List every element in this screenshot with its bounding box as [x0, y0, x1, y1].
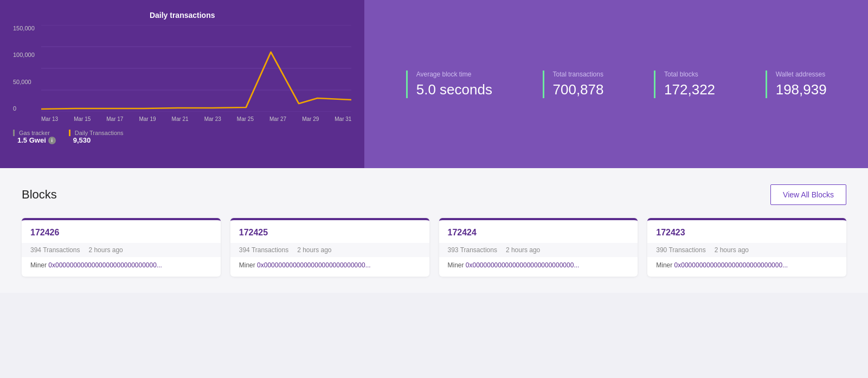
block-number[interactable]: 172426 [22, 220, 221, 243]
chart-footer: Gas tracker 1.5 Gwei i Daily Transaction… [13, 130, 351, 144]
x-label: Mar 31 [335, 116, 351, 122]
block-card: 172423 390 Transactions 2 hours ago Mine… [647, 218, 846, 277]
block-card: 172425 394 Transactions 2 hours ago Mine… [230, 218, 429, 277]
stat-wallet-addresses: Wallet addresses 198,939 [766, 71, 827, 98]
hero-section: Daily transactions 150,000 100,000 50,00… [0, 0, 868, 168]
x-label: Mar 27 [269, 116, 286, 122]
block-time: 2 hours ago [715, 246, 749, 254]
block-transaction-count: 394 Transactions [239, 246, 288, 254]
gas-tracker: Gas tracker 1.5 Gwei i [13, 130, 56, 144]
block-meta: 394 Transactions 2 hours ago [22, 243, 221, 257]
daily-tx-label: Daily Transactions [69, 130, 124, 136]
blocks-grid: 172426 394 Transactions 2 hours ago Mine… [22, 218, 846, 277]
x-label: Mar 21 [172, 116, 189, 122]
stats-panel: Average block time 5.0 seconds Total tra… [364, 0, 868, 168]
chart-panel: Daily transactions 150,000 100,000 50,00… [0, 0, 364, 168]
block-card: 172424 393 Transactions 2 hours ago Mine… [439, 218, 638, 277]
y-label-50k: 50,000 [13, 79, 41, 85]
block-transaction-count: 393 Transactions [448, 246, 497, 254]
stat-total-tx-value: 700,878 [553, 81, 604, 98]
stat-total-transactions: Total transactions 700,878 [543, 71, 604, 98]
block-number[interactable]: 172425 [230, 220, 429, 243]
x-axis-labels: Mar 13 Mar 15 Mar 17 Mar 19 Mar 21 Mar 2… [13, 116, 351, 122]
block-miner: Miner 0x0000000000000000000000000000... [439, 257, 638, 277]
miner-address[interactable]: 0x0000000000000000000000000000... [48, 261, 162, 269]
chart-area: 150,000 100,000 50,000 0 [13, 25, 351, 112]
stat-total-blocks-label: Total blocks [664, 71, 715, 78]
x-label: Mar 15 [74, 116, 91, 122]
stat-wallet-value: 198,939 [776, 81, 827, 98]
chart-title: Daily transactions [13, 11, 351, 20]
block-transaction-count: 390 Transactions [656, 246, 705, 254]
chart-svg [41, 25, 351, 112]
daily-tx-value: 9,530 [69, 136, 124, 144]
blocks-title: Blocks [22, 188, 57, 202]
stat-total-blocks: Total blocks 172,322 [654, 71, 715, 98]
y-label-150k: 150,000 [13, 25, 41, 31]
miner-address[interactable]: 0x0000000000000000000000000000... [466, 261, 580, 269]
view-all-blocks-button[interactable]: View All Blocks [770, 184, 846, 205]
miner-address[interactable]: 0x0000000000000000000000000000... [674, 261, 788, 269]
stat-avg-block-time-label: Average block time [416, 71, 492, 78]
block-transaction-count: 394 Transactions [30, 246, 80, 254]
block-number[interactable]: 172423 [647, 220, 846, 243]
stat-total-blocks-value: 172,322 [664, 81, 715, 98]
block-time: 2 hours ago [297, 246, 331, 254]
block-number[interactable]: 172424 [439, 220, 638, 243]
x-label: Mar 29 [302, 116, 319, 122]
stat-avg-block-time-value: 5.0 seconds [416, 81, 492, 98]
block-miner: Miner 0x0000000000000000000000000000... [230, 257, 429, 277]
blocks-header: Blocks View All Blocks [22, 184, 846, 205]
stat-wallet-label: Wallet addresses [776, 71, 827, 78]
x-label: Mar 23 [204, 116, 221, 122]
x-label: Mar 25 [237, 116, 254, 122]
daily-transactions: Daily Transactions 9,530 [69, 130, 124, 144]
block-miner: Miner 0x0000000000000000000000000000... [647, 257, 846, 277]
block-meta: 390 Transactions 2 hours ago [647, 243, 846, 257]
block-miner: Miner 0x0000000000000000000000000000... [22, 257, 221, 277]
block-card: 172426 394 Transactions 2 hours ago Mine… [22, 218, 221, 277]
block-meta: 393 Transactions 2 hours ago [439, 243, 638, 257]
block-time: 2 hours ago [506, 246, 540, 254]
gas-tracker-label: Gas tracker [13, 130, 56, 136]
block-time: 2 hours ago [88, 246, 123, 254]
stat-avg-block-time: Average block time 5.0 seconds [406, 71, 492, 98]
y-axis-labels: 150,000 100,000 50,000 0 [13, 25, 41, 112]
miner-address[interactable]: 0x0000000000000000000000000000... [257, 261, 371, 269]
info-icon: i [48, 137, 56, 144]
gas-tracker-value: 1.5 Gwei i [13, 136, 56, 144]
y-label-100k: 100,000 [13, 52, 41, 58]
y-label-0: 0 [13, 105, 41, 112]
main-content: Blocks View All Blocks 172426 394 Transa… [0, 168, 868, 293]
stat-total-tx-label: Total transactions [553, 71, 604, 78]
x-label: Mar 13 [41, 116, 58, 122]
x-label: Mar 17 [106, 116, 123, 122]
block-meta: 394 Transactions 2 hours ago [230, 243, 429, 257]
x-label: Mar 19 [139, 116, 156, 122]
